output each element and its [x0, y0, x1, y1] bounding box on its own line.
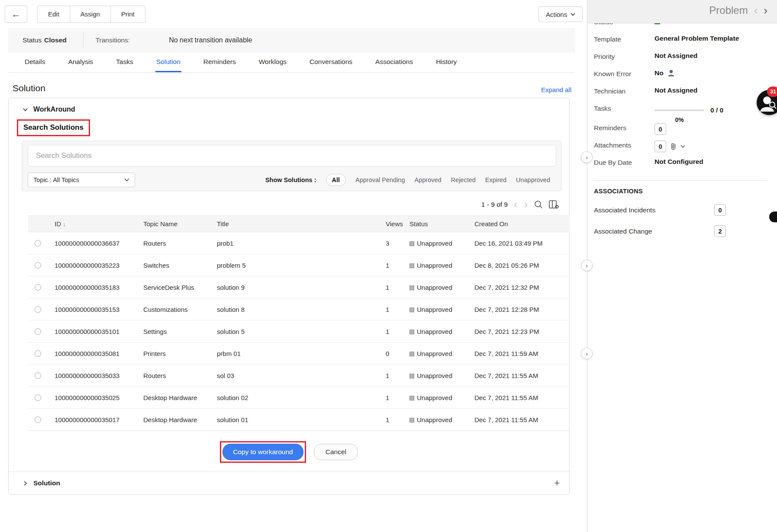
- previous-page-icon[interactable]: ‹: [513, 199, 518, 210]
- cell-title[interactable]: solution 9: [214, 276, 383, 298]
- tab-analysis[interactable]: Analysis: [67, 52, 94, 72]
- next-page-icon[interactable]: ›: [523, 199, 529, 210]
- field-label: Reminders: [594, 123, 654, 132]
- associations-section: ASSOCIATIONS Associated Incidents0Associ…: [594, 180, 767, 237]
- field-label: Template: [594, 35, 654, 43]
- cell-status: Unapproved: [407, 232, 472, 254]
- column-header-id[interactable]: ID↓: [52, 216, 141, 232]
- status-square-icon: [409, 418, 414, 423]
- cell-title[interactable]: solution 5: [214, 320, 383, 343]
- association-count-badge[interactable]: 0: [714, 204, 726, 216]
- cell-title[interactable]: prob1: [214, 232, 383, 254]
- edit-button[interactable]: Edit: [38, 6, 70, 22]
- tab-associations[interactable]: Associations: [374, 52, 414, 72]
- tab-solution[interactable]: Solution: [155, 52, 181, 72]
- floating-widget: [769, 212, 777, 222]
- chevron-down-icon[interactable]: [680, 145, 685, 148]
- chevron-down-icon: [124, 178, 129, 182]
- row-radio-button[interactable]: [35, 350, 41, 357]
- field-value: 0: [654, 123, 666, 135]
- add-solution-icon[interactable]: +: [554, 478, 560, 488]
- filter-option-all[interactable]: All: [326, 174, 346, 186]
- topic-filter-dropdown[interactable]: Topic : All Topics: [28, 173, 135, 187]
- back-arrow-icon: ←: [11, 9, 21, 19]
- tab-history[interactable]: History: [435, 52, 458, 72]
- attachments-count-badge[interactable]: 0: [654, 141, 666, 152]
- assign-button[interactable]: Assign: [70, 6, 110, 22]
- tab-tasks[interactable]: Tasks: [115, 52, 134, 72]
- filter-option-unapproved[interactable]: Unapproved: [516, 176, 550, 183]
- tab-worklogs[interactable]: Worklogs: [258, 52, 287, 72]
- row-radio-button[interactable]: [35, 328, 41, 335]
- copy-to-workaround-button[interactable]: Copy to workaround: [222, 444, 303, 460]
- filter-option-approval-pending[interactable]: Approval Pending: [355, 176, 405, 183]
- cell-status: Unapproved: [407, 409, 472, 431]
- cell-views: 3: [383, 232, 407, 254]
- cell-status: Unapproved: [407, 365, 472, 387]
- column-header-title[interactable]: Title: [214, 216, 383, 232]
- tab-conversations[interactable]: Conversations: [309, 52, 353, 72]
- cell-status: Unapproved: [407, 343, 472, 365]
- cell-title[interactable]: sol 03: [214, 365, 383, 387]
- association-count-badge[interactable]: 2: [714, 225, 726, 237]
- column-header-topic-name[interactable]: Topic Name: [141, 216, 214, 232]
- column-header-views[interactable]: Views: [383, 216, 407, 232]
- select-column-header: [28, 216, 52, 232]
- field-value: General Problem Template: [654, 35, 739, 42]
- solution-accordion-header[interactable]: Solution +: [9, 472, 569, 494]
- sort-descending-icon[interactable]: ↓: [63, 221, 66, 228]
- previous-record-icon[interactable]: ‹: [754, 5, 758, 16]
- row-radio-button[interactable]: [35, 262, 41, 269]
- filter-option-approved[interactable]: Approved: [415, 176, 442, 183]
- cell-id: 100000000000035025: [52, 387, 141, 409]
- cell-views: 1: [383, 387, 407, 409]
- column-header-status[interactable]: Status: [407, 216, 472, 232]
- expand-all-link[interactable]: Expand all: [541, 86, 571, 93]
- tab-details[interactable]: Details: [24, 52, 46, 72]
- column-header-created-on[interactable]: Created On: [472, 216, 570, 232]
- workaround-title: WorkAround: [33, 106, 75, 113]
- cell-views: 1: [383, 320, 407, 343]
- column-settings-icon[interactable]: [548, 200, 560, 209]
- cell-title[interactable]: solution 01: [214, 409, 383, 431]
- row-radio-button[interactable]: [35, 394, 41, 401]
- cell-status: Unapproved: [407, 387, 472, 409]
- cell-title[interactable]: problem 5: [214, 254, 383, 276]
- status-square-icon: [409, 352, 414, 356]
- toolbar-button-group: Edit Assign Print: [37, 6, 145, 23]
- cell-title[interactable]: solution 02: [214, 387, 383, 409]
- person-icon[interactable]: [667, 69, 675, 77]
- cell-title[interactable]: prbm 01: [214, 343, 383, 365]
- back-button[interactable]: ←: [5, 6, 27, 23]
- next-record-icon[interactable]: ›: [764, 5, 767, 16]
- cell-title[interactable]: solution 8: [214, 298, 383, 320]
- row-radio-button[interactable]: [35, 284, 41, 291]
- search-solutions-input[interactable]: [28, 145, 556, 167]
- row-radio-button[interactable]: [35, 372, 41, 379]
- sidebar-expand-icon[interactable]: ›: [581, 151, 593, 163]
- show-solutions-filter: Show Solutions : AllApproval PendingAppr…: [265, 174, 555, 186]
- cell-status: Unapproved: [407, 254, 472, 276]
- sidebar-expand-icon[interactable]: ›: [581, 348, 593, 359]
- filter-option-expired[interactable]: Expired: [485, 176, 506, 183]
- cancel-button[interactable]: Cancel: [314, 444, 358, 460]
- tab-reminders[interactable]: Reminders: [203, 52, 237, 72]
- transitions-value: No next transition available: [130, 36, 252, 44]
- paperclip-icon[interactable]: [670, 142, 677, 151]
- tab-bar: DetailsAnalysisTasksSolutionRemindersWor…: [8, 52, 575, 73]
- row-radio-button[interactable]: [35, 240, 41, 247]
- row-radio-button[interactable]: [35, 417, 41, 423]
- field-value: 0: [654, 141, 685, 152]
- row-radio-button[interactable]: [35, 306, 41, 313]
- table-row: 100000000000035033Routerssol 031Unapprov…: [28, 365, 570, 387]
- search-icon[interactable]: [534, 200, 543, 209]
- actions-dropdown-button[interactable]: Actions: [538, 6, 583, 22]
- association-label: Associated Change: [594, 228, 652, 235]
- print-button[interactable]: Print: [110, 6, 145, 22]
- cell-views: 1: [383, 365, 407, 387]
- filter-option-rejected[interactable]: Rejected: [451, 176, 476, 183]
- workaround-accordion-header[interactable]: WorkAround: [9, 106, 569, 113]
- reminders-count-badge[interactable]: 0: [654, 123, 666, 135]
- sidebar-expand-icon[interactable]: ›: [581, 260, 593, 271]
- cell-created-on: Dec 16, 2021 03:49 PM: [472, 232, 570, 254]
